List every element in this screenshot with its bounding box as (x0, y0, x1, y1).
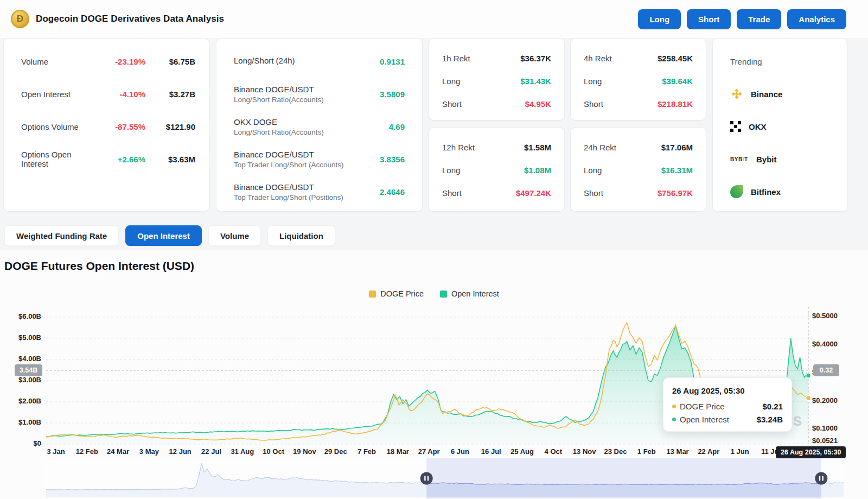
long-short-ratios-card: Long/Short (24h) 0.9131 Binance DOGE/USD… (216, 38, 423, 212)
ratio-value: 2.4646 (380, 187, 405, 197)
ratio-title: Binance DOGE/USDT (234, 182, 343, 192)
trade-button[interactable]: Trade (737, 9, 781, 29)
svg-text:7 Feb: 7 Feb (358, 447, 376, 456)
ratio-value: 0.9131 (380, 57, 405, 66)
trending-item-okx[interactable]: OKX (730, 110, 832, 143)
trending-item-label: Binance (751, 90, 782, 99)
ratio-row: Binance DOGE/USDTTop Trader Long/Short (… (234, 175, 405, 208)
stat-label: Open Interest (21, 90, 95, 99)
ratio-subtitle: Long/Short Ratio(Accounts) (234, 128, 324, 136)
rekt-long-value: $39.64K (662, 77, 693, 86)
svg-text:$0.4000: $0.4000 (812, 340, 838, 348)
svg-text:29 Dec: 29 Dec (324, 447, 347, 456)
navigator-right-handle[interactable] (815, 472, 827, 485)
stat-change: -87.55% (95, 122, 145, 131)
legend-label: Open Interest (451, 289, 499, 298)
svg-text:6 Jun: 6 Jun (451, 447, 469, 456)
rekt-title: 24h Rekt (584, 143, 616, 152)
rekt-card-12h: 12h Rekt$1.58M Long$1.08M Short$497.24K (429, 127, 565, 212)
stat-value: $6.75B (145, 57, 195, 66)
market-stats-card: Volume -23.19% $6.75B Open Interest -4.1… (3, 38, 210, 212)
tooltip-label: DOGE Price (680, 402, 762, 411)
svg-text:19 Nov: 19 Nov (293, 447, 316, 456)
legend-item-doge-price[interactable]: DOGE Price (369, 289, 424, 298)
rekt-long-value: $1.08M (524, 166, 551, 175)
trending-item-bitfinex[interactable]: Bitfinex (730, 175, 832, 208)
stat-row-options-volume: Options Volume -87.55% $121.90 (21, 110, 195, 143)
crosshair-right-value-badge: 0.32 (813, 364, 839, 376)
chart-tooltip: 26 Aug 2025, 05:30 DOGE Price $0.21 Open… (663, 377, 792, 432)
svg-text:22 Jul: 22 Jul (201, 447, 221, 456)
trending-card: Trending Binance OKX BYBIT Bybit B (712, 38, 847, 212)
trending-item-bybit[interactable]: BYBIT Bybit (730, 143, 832, 175)
stat-row-volume: Volume -23.19% $6.75B (21, 45, 195, 78)
svg-text:$5.00B: $5.00B (18, 333, 41, 342)
svg-text:31 Aug: 31 Aug (231, 447, 254, 456)
stat-change: -23.19% (95, 57, 145, 66)
open-interest-marker-icon (672, 418, 676, 421)
stat-value: $121.90 (145, 122, 195, 131)
rekt-card-24h: 24h Rekt$17.06M Long$16.31M Short$756.97… (570, 127, 706, 212)
rekt-short-label: Short (584, 188, 603, 198)
svg-text:$0.5000: $0.5000 (812, 312, 838, 320)
rekt-short-label: Short (442, 99, 462, 109)
svg-text:$3.00B: $3.00B (18, 376, 41, 384)
stat-row-open-interest: Open Interest -4.10% $3.27B (21, 78, 195, 110)
ratio-value: 3.8356 (380, 155, 405, 164)
rekt-long-label: Long (442, 77, 460, 86)
rekt-title: 1h Rekt (442, 54, 470, 63)
rekt-card-1h: 1h Rekt$36.37K Long$31.43K Short$4.95K (429, 38, 565, 121)
svg-text:13 Nov: 13 Nov (573, 447, 596, 456)
short-button[interactable]: Short (687, 9, 731, 29)
svg-text:25 Aug: 25 Aug (510, 447, 534, 456)
tab-weighted-funding-rate[interactable]: Weighted Funding Rate (4, 225, 119, 246)
ratio-value: 3.5809 (380, 90, 405, 99)
tab-open-interest[interactable]: Open Interest (125, 225, 202, 246)
rekt-total: $36.37K (520, 54, 551, 63)
svg-text:4 Oct: 4 Oct (545, 447, 563, 456)
dogecoin-logo-icon: Ð (11, 10, 29, 28)
rekt-title: 12h Rekt (442, 143, 475, 152)
svg-text:18 Mar: 18 Mar (387, 447, 409, 456)
open-interest-swatch-icon (440, 290, 447, 298)
binance-icon (730, 87, 743, 100)
header-actions: Long Short Trade Analytics (638, 9, 846, 29)
ratio-subtitle: Top Trader Long/Short (Accounts) (234, 161, 344, 169)
analytics-button[interactable]: Analytics (787, 9, 846, 29)
svg-text:$0.2000: $0.2000 (812, 396, 838, 405)
svg-text:1 Feb: 1 Feb (637, 447, 656, 456)
tooltip-date: 26 Aug 2025, 05:30 (672, 386, 783, 395)
doge-price-swatch-icon (369, 290, 376, 298)
tooltip-row-open-interest: Open Interest $3.24B (672, 415, 783, 424)
rekt-long-value: $31.43K (520, 77, 551, 86)
tab-volume[interactable]: Volume (208, 225, 261, 246)
trending-item-binance[interactable]: Binance (730, 78, 832, 110)
rekt-long-label: Long (442, 166, 460, 175)
tooltip-value: $3.24B (757, 415, 783, 424)
svg-text:$4.00B: $4.00B (18, 355, 41, 363)
bitfinex-icon (730, 185, 743, 198)
ratio-row: Binance DOGE/USDTLong/Short Ratio(Accoun… (234, 78, 405, 110)
svg-text:$0.0521: $0.0521 (812, 437, 838, 445)
ratio-row: OKX DOGELong/Short Ratio(Accounts) 4.69 (234, 110, 405, 143)
legend-item-open-interest[interactable]: Open Interest (440, 289, 499, 298)
rekt-short-value: $4.95K (525, 99, 551, 109)
long-button[interactable]: Long (638, 9, 681, 29)
dogecoin-glyph: Ð (17, 14, 23, 24)
stat-value: $3.27B (145, 90, 195, 99)
doge-price-marker-icon (672, 405, 676, 408)
navigator-left-handle[interactable] (420, 472, 433, 485)
stat-label: Volume (21, 57, 95, 66)
trending-title: Trending (730, 57, 762, 66)
rekt-short-value: $218.81K (658, 99, 693, 109)
svg-text:$0.1000: $0.1000 (812, 424, 838, 432)
chart-legend: DOGE Price Open Interest (0, 289, 868, 298)
tab-liquidation[interactable]: Liquidation (267, 225, 335, 246)
svg-text:13 Mar: 13 Mar (666, 447, 688, 456)
navigator-selection[interactable] (426, 458, 821, 498)
tooltip-label: Open Interest (680, 415, 757, 424)
svg-text:27 Apr: 27 Apr (418, 447, 440, 456)
ratio-title: Long/Short (24h) (234, 56, 295, 65)
rekt-short-value: $756.97K (658, 188, 693, 198)
rekt-total: $17.06M (661, 143, 693, 152)
